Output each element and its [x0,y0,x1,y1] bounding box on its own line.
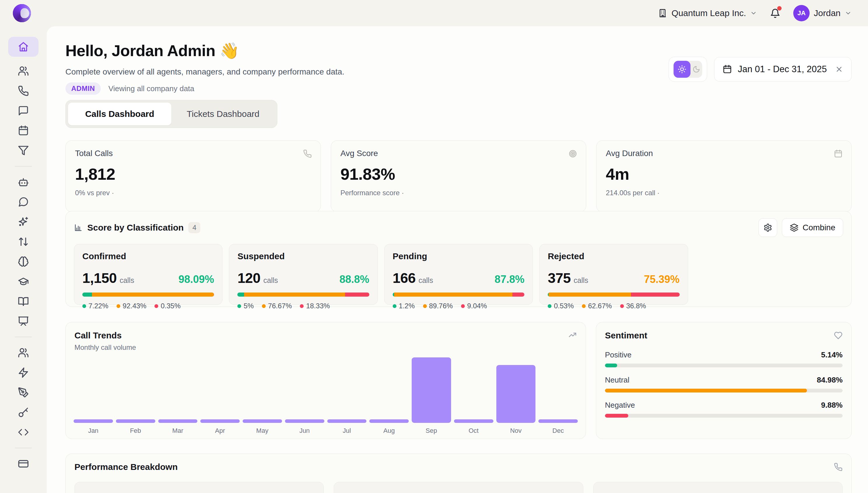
trend-bar[interactable] [369,420,409,423]
stats-row: Total Calls 1,812 0% vs prev · Avg Score… [65,140,852,212]
phone-icon [303,149,312,158]
trend-bar[interactable] [539,420,578,423]
trend-bar[interactable] [116,420,155,423]
sidebar-item-zap[interactable] [18,367,29,378]
sentiment-row-neutral: Neutral 84.98% [605,376,843,392]
theme-light-option[interactable] [673,61,690,78]
theme-dark-option[interactable] [692,65,700,73]
sidebar-item-users[interactable] [18,65,29,77]
trend-axis-label: Sep [412,427,451,434]
tab-calls-dashboard[interactable]: Calls Dashboard [68,103,172,125]
stat-value: 91.83% [340,165,577,184]
graduation-cap-icon [18,276,29,287]
classification-card-pending[interactable]: Pending 166calls 87.8% 1.2% 89.76% 9.04% [384,244,533,305]
bar-segment [394,293,512,297]
sidebar-item-brain[interactable] [18,256,29,267]
book-open-icon [18,296,29,307]
users-icon [18,347,29,358]
trend-bar[interactable] [200,420,240,423]
sidebar-item-presentation[interactable] [18,316,29,327]
trend-bar[interactable] [285,420,324,423]
page-subtitle: Complete overview of all agents, manager… [65,67,344,77]
topbar: Quantum Leap Inc. JA Jordan [0,0,868,26]
legend-dot-green [393,304,396,308]
trend-axis-label: May [243,427,282,434]
classification-stacked-bar [393,293,524,297]
sidebar-item-pen-tool[interactable] [18,387,29,398]
score-by-classification-panel: Score by Classification 4 Combine Confir… [65,211,852,307]
trend-bar[interactable] [496,365,536,423]
trend-bar[interactable] [74,420,113,423]
sidebar-item-book-open[interactable] [18,296,29,307]
sidebar-item-message-square[interactable] [18,105,29,116]
bar-segment [214,293,214,297]
classification-title: Pending [393,251,524,261]
chevron-down-icon [845,9,852,17]
stat-note: 214.00s per call · [606,189,842,197]
user-menu[interactable]: JA Jordan [793,5,852,21]
trend-column-mar: Mar [157,420,199,434]
bar-chart-icon [74,223,83,232]
message-square-icon [18,105,29,116]
date-range-picker[interactable]: Jan 01 - Dec 31, 2025 [714,57,852,82]
sidebar-item-arrows-up-down[interactable] [18,236,29,247]
classification-calls: 375calls [548,270,588,286]
sidebar-item-graduation-cap[interactable] [18,276,29,287]
notifications-button[interactable] [770,8,780,18]
trend-axis-label: Jan [74,427,113,434]
trend-column-oct: Oct [453,420,495,434]
sidebar-item-bot[interactable] [18,176,29,188]
classification-card-confirmed[interactable]: Confirmed 1,150calls 98.09% 7.22% 92.43%… [74,244,223,305]
app-logo[interactable] [13,4,31,22]
trend-column-apr: Apr [199,420,241,434]
perf-card-active-agents: Active Agents [334,482,583,493]
sidebar-item-sparkles[interactable] [18,216,29,227]
classification-card-rejected[interactable]: Rejected 375calls 75.39% 0.53% 62.67% 36… [539,244,688,305]
arrows-up-down-icon [18,236,29,247]
zap-icon [18,367,29,378]
stat-label: Total Calls [75,149,311,158]
sentiment-bar-fill [605,389,807,392]
sentiment-bar-track [605,389,843,392]
legend-dot-red [620,304,624,308]
bar-segment [82,293,92,297]
company-name: Quantum Leap Inc. [671,8,746,18]
sparkles-icon [18,216,29,227]
credit-card-icon [18,458,29,469]
theme-toggle[interactable] [669,57,707,82]
sentiment-bar-track [605,364,843,367]
sidebar-item-calendar[interactable] [18,125,29,136]
stat-note: Performance score · [340,189,577,197]
trend-axis-label: Jun [285,427,324,434]
clear-date-button[interactable] [835,65,843,73]
tab-tickets-dashboard[interactable]: Tickets Dashboard [172,103,275,125]
sidebar-item-message-circle[interactable] [18,196,29,208]
trend-bar[interactable] [243,420,282,423]
bar-segment [92,293,214,297]
bar-segment [549,293,631,297]
sidebar-item-credit-card[interactable] [18,458,29,469]
sidebar-item-home[interactable] [8,37,39,57]
legend-dot-orange [423,304,427,308]
gear-icon [763,223,772,232]
company-selector[interactable]: Quantum Leap Inc. [658,8,757,18]
classification-card-suspended[interactable]: Suspended 120calls 88.8% 5% 76.67% 18.33… [229,244,378,305]
sidebar-divider [15,448,32,448]
sidebar-item-users-2[interactable] [18,347,29,358]
sentiment-bar-track [605,414,843,417]
combine-button[interactable]: Combine [782,218,843,237]
sentiment-bar-fill [605,414,628,417]
trend-bar[interactable] [454,420,494,423]
sidebar-item-filter[interactable] [18,145,29,156]
trend-bar[interactable] [158,420,198,423]
trend-axis-label: Dec [539,427,578,434]
bar-segment [345,293,369,297]
avatar: JA [793,5,809,21]
classification-calls: 120calls [237,270,278,286]
settings-button[interactable] [758,218,777,237]
trend-bar[interactable] [412,358,451,423]
trend-bar[interactable] [327,420,367,423]
sidebar-item-phone[interactable] [18,85,29,97]
sidebar-item-key[interactable] [18,407,29,418]
sidebar-item-code[interactable] [18,427,29,438]
